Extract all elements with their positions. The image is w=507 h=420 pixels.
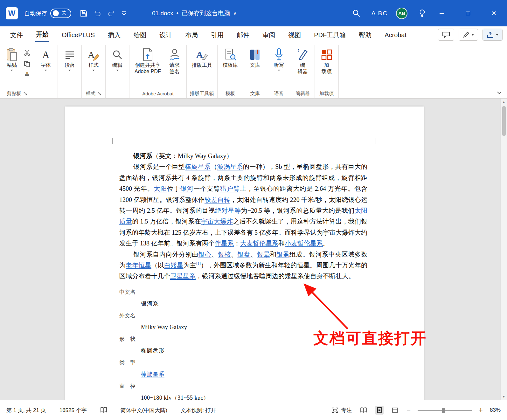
undo-icon[interactable] bbox=[93, 10, 101, 17]
print-layout-button[interactable] bbox=[375, 406, 384, 415]
ribbon-tab-10[interactable]: 视图 bbox=[288, 28, 302, 42]
zoom-slider[interactable] bbox=[418, 410, 472, 411]
dialog-launcher-icon[interactable] bbox=[98, 92, 101, 95]
doc-hyperlink[interactable]: 太阳 bbox=[154, 185, 167, 192]
doc-text: 为−20.5 等，银河系的总质量大约是我们 bbox=[241, 207, 354, 214]
zoom-in-button[interactable]: + bbox=[479, 407, 483, 414]
zoom-level[interactable]: 83% bbox=[490, 407, 501, 413]
layout-tools-button[interactable]: A 排版工具 bbox=[189, 45, 215, 69]
doc-hyperlink[interactable]: 宇宙大爆炸 bbox=[201, 218, 233, 225]
vertical-scrollbar[interactable]: ▲ ▼ bbox=[500, 99, 507, 400]
document-page[interactable]: 银河系（英文：Milky Way Galaxy） 银河系是一个巨型棒旋星系（漩涡… bbox=[65, 107, 424, 400]
web-layout-button[interactable] bbox=[391, 406, 399, 414]
doc-hyperlink[interactable]: 白矮星 bbox=[164, 262, 183, 269]
minimize-button[interactable] bbox=[429, 0, 455, 26]
editor-button[interactable]: 编 辑器 bbox=[293, 45, 313, 75]
doc-hyperlink[interactable]: 银晕 bbox=[257, 251, 270, 258]
zoom-out-button[interactable]: − bbox=[406, 407, 411, 414]
doc-hyperlink[interactable]: 棒旋星系 bbox=[185, 163, 211, 170]
comments-button[interactable] bbox=[438, 29, 454, 41]
doc-text: 。 bbox=[323, 240, 329, 247]
draw-pen-button[interactable] bbox=[459, 29, 478, 41]
microphone-icon bbox=[274, 47, 284, 62]
ribbon-tab-8[interactable]: 邮件 bbox=[236, 28, 250, 42]
wenku-button[interactable]: 文库 bbox=[245, 45, 265, 69]
dictate-button[interactable]: 听写 bbox=[269, 45, 289, 72]
ribbon-tab-11[interactable]: PDF工具箱 bbox=[313, 28, 346, 42]
doc-hyperlink[interactable]: 较差自转 bbox=[205, 196, 230, 203]
doc-hyperlink[interactable]: 大麦哲伦星系 bbox=[240, 240, 278, 247]
page-indicator[interactable]: 第 1 页, 共 21 页 bbox=[6, 407, 46, 414]
focus-mode-button[interactable]: 专注 bbox=[331, 407, 352, 414]
template-library-icon bbox=[224, 47, 237, 62]
tabrow-right bbox=[438, 29, 503, 41]
doc-hyperlink[interactable]: 漩涡星系 bbox=[217, 163, 243, 170]
ribbon-tab-12[interactable]: 帮助 bbox=[358, 28, 372, 42]
copy-button[interactable] bbox=[22, 60, 32, 68]
doc-hyperlink[interactable]: 伴星系 bbox=[215, 240, 234, 247]
create-share-pdf-button[interactable]: 创建并共享 Adobe PDF bbox=[131, 45, 164, 75]
chevron-down-icon bbox=[68, 70, 71, 71]
share-button[interactable] bbox=[483, 29, 503, 41]
paragraph-button[interactable]: 段落 bbox=[60, 45, 80, 72]
language-indicator[interactable]: 简体中文(中国大陆) bbox=[121, 407, 167, 414]
doc-hyperlink[interactable]: 小麦哲伦星系 bbox=[285, 240, 323, 247]
ribbon-tab-13[interactable]: Acrobat bbox=[384, 28, 407, 41]
read-mode-button[interactable] bbox=[359, 406, 368, 414]
editing-button[interactable]: 编辑 bbox=[108, 45, 127, 72]
scroll-down-icon[interactable]: ▼ bbox=[502, 393, 505, 400]
collapse-ribbon-icon[interactable] bbox=[497, 90, 502, 96]
doc-text: 银河系 bbox=[133, 152, 152, 159]
cut-button[interactable] bbox=[22, 49, 32, 57]
doc-hyperlink[interactable]: 银盘 bbox=[237, 251, 250, 258]
addins-button[interactable]: 加 载项 bbox=[317, 45, 337, 75]
ribbon-tab-9[interactable]: 审阅 bbox=[262, 28, 276, 42]
styles-button[interactable]: A 样式 bbox=[84, 45, 103, 72]
avatar[interactable]: AB bbox=[396, 8, 407, 19]
doc-hyperlink[interactable]: 银核 bbox=[218, 251, 231, 258]
paste-button[interactable]: 粘贴 bbox=[2, 45, 22, 72]
field-label: 直 径 bbox=[119, 380, 367, 392]
customize-toolbar-icon[interactable] bbox=[121, 11, 127, 16]
ribbon-tab-2[interactable]: OfficePLUS bbox=[61, 28, 95, 41]
ribbon-tab-row: 文件开始OfficePLUS插入绘图设计布局引用邮件审阅视图PDF工具箱帮助Ac… bbox=[0, 26, 507, 43]
doc-hyperlink[interactable]: [1] bbox=[196, 261, 201, 266]
save-icon[interactable] bbox=[80, 10, 87, 17]
ribbon-tab-1[interactable]: 开始 bbox=[35, 27, 49, 42]
dialog-launcher-icon[interactable] bbox=[24, 92, 27, 95]
proofing-button[interactable] bbox=[100, 407, 107, 413]
template-library-button[interactable]: 模板库 bbox=[219, 45, 241, 69]
zoom-slider-thumb[interactable] bbox=[442, 408, 445, 413]
scroll-up-icon[interactable]: ▲ bbox=[502, 99, 505, 105]
font-button[interactable]: A 字体 bbox=[36, 45, 56, 72]
doc-hyperlink[interactable]: 银心 bbox=[198, 251, 212, 258]
ribbon-tab-3[interactable]: 插入 bbox=[107, 28, 121, 42]
scrollbar-thumb[interactable] bbox=[502, 106, 506, 136]
close-button[interactable]: ✕ bbox=[481, 0, 507, 26]
doc-hyperlink[interactable]: 绝对星等 bbox=[215, 207, 241, 214]
input-mode-indicator[interactable]: A BC bbox=[372, 10, 388, 17]
format-painter-button[interactable] bbox=[22, 71, 32, 79]
doc-hyperlink[interactable]: 老年恒星 bbox=[126, 262, 151, 269]
autosave-toggle[interactable]: 关 bbox=[50, 9, 71, 18]
doc-hyperlink[interactable]: 卫星星系 bbox=[170, 272, 196, 279]
ribbon-tab-0[interactable]: 文件 bbox=[10, 28, 24, 42]
ribbon-tab-5[interactable]: 设计 bbox=[159, 28, 173, 42]
ribbon-tab-4[interactable]: 绘图 bbox=[133, 28, 147, 42]
search-icon[interactable] bbox=[352, 9, 360, 17]
doc-hyperlink[interactable]: 猎户臂 bbox=[220, 185, 240, 192]
word-count[interactable]: 16525 个字 bbox=[59, 407, 87, 414]
ribbon-tab-6[interactable]: 布局 bbox=[184, 28, 198, 42]
ribbon-tab-7[interactable]: 引用 bbox=[210, 28, 224, 42]
word-logo-icon[interactable]: W bbox=[6, 7, 18, 19]
doc-hyperlink[interactable]: 银冕 bbox=[276, 251, 289, 258]
maximize-button[interactable] bbox=[455, 0, 481, 26]
redo-icon[interactable] bbox=[107, 10, 115, 17]
library-icon bbox=[249, 47, 261, 62]
doc-hyperlink[interactable]: 银河 bbox=[180, 185, 194, 192]
document-title[interactable]: 01.docx • 已保存到这台电脑 ∨ bbox=[152, 9, 236, 17]
lightbulb-icon[interactable] bbox=[419, 9, 426, 17]
text-prediction[interactable]: 文本预测: 打开 bbox=[181, 407, 216, 414]
doc-hyperlink[interactable]: 棒旋星系 bbox=[141, 371, 164, 377]
request-signature-button[interactable]: 请求 签名 bbox=[165, 45, 184, 75]
